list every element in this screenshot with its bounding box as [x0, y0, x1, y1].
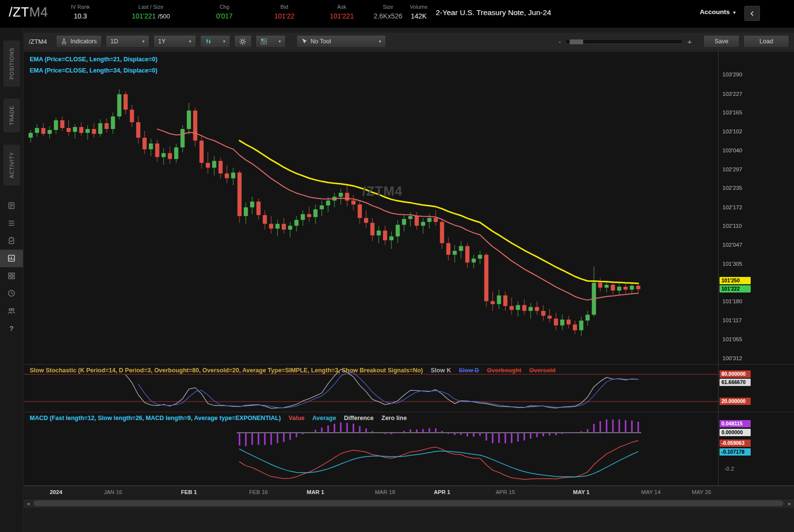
zoom-out-button[interactable]: -: [557, 37, 562, 46]
candlestick-icon: [205, 38, 212, 45]
chart-watermark: /ZTM4: [362, 184, 403, 199]
left-sidebar: POSITIONS TRADE ACTIVITY ?: [0, 28, 23, 532]
upper-study-labels: EMA (Price=CLOSE, Length=21, Displace=0)…: [30, 56, 157, 78]
chart-toolbar: /ZTM4 Indicators 1D▾ 1Y▾ ▾ ▾: [24, 33, 794, 50]
price-axis[interactable]: 103'290103'227103'165103'102103'040102'2…: [718, 52, 794, 364]
drawing-tool-dropdown[interactable]: No Tool ▾: [296, 35, 386, 48]
stochastic-header: Slow Stochastic (K Period=14, D Period=3…: [30, 367, 555, 374]
price-axis-label: 103'102: [722, 128, 742, 134]
stochastic-title: Slow Stochastic (K Period=14, D Period=3…: [30, 367, 423, 374]
time-axis-label: MAY 1: [573, 489, 590, 495]
chevron-down-icon: ▾: [142, 39, 145, 44]
sidebar-tab-positions[interactable]: POSITIONS: [3, 40, 20, 87]
help-icon[interactable]: ?: [0, 320, 23, 337]
macd-title: MACD (Fast length=12, Slow length=26, MA…: [30, 415, 281, 422]
scroll-right-button[interactable]: ▸: [785, 499, 794, 508]
stochastic-badge: 61.666670: [720, 379, 751, 386]
price-axis-label: 103'290: [722, 72, 742, 77]
chevron-down-icon: ▾: [223, 39, 225, 44]
macd-scale-label: -0.2: [724, 466, 734, 472]
layout-grid-icon: [260, 38, 267, 45]
zoom-slider-handle[interactable]: [570, 39, 583, 44]
time-axis-label: MAR 1: [307, 489, 324, 495]
chart-symbol-label: /ZTM4: [29, 38, 47, 45]
sidebar-tab-activity[interactable]: ACTIVITY: [3, 145, 20, 185]
quote-field-volume: Volume142K: [406, 4, 431, 20]
price-badge: 101'250: [720, 277, 751, 284]
chart-module: /ZTM4 Indicators 1D▾ 1Y▾ ▾ ▾: [24, 28, 794, 532]
stochastic-badge: 80.000000: [720, 370, 751, 378]
macd-badge: 0.048115: [720, 420, 751, 427]
symbol-root: /ZT: [9, 5, 29, 19]
history-clock-icon[interactable]: [0, 285, 23, 302]
accounts-menu[interactable]: Accounts▾: [700, 8, 736, 16]
scroll-left-button[interactable]: ◂: [24, 499, 33, 508]
price-axis-label: 101'055: [722, 336, 742, 342]
grid-layout-dropdown[interactable]: ▾: [256, 35, 286, 48]
quote-field-chg: Chg0'017: [203, 4, 246, 20]
indicators-button[interactable]: Indicators: [56, 35, 102, 48]
gear-icon: [239, 38, 246, 45]
macd-badge: 0.000000: [720, 429, 751, 436]
time-axis[interactable]: 2024JAN 16FEB 1FEB 16MAR 1MAR 18APR 1APR…: [24, 486, 794, 498]
load-button[interactable]: Load: [743, 35, 789, 48]
sidebar-tab-trade[interactable]: TRADE: [3, 98, 20, 132]
macd-badge: -0.107178: [720, 448, 751, 456]
zoom-control: - +: [557, 37, 693, 46]
chart-area: EMA (Price=CLOSE, Length=21, Displace=0)…: [24, 51, 794, 508]
price-axis-label: 102'297: [722, 166, 742, 172]
timeframe-dropdown[interactable]: 1D▾: [106, 35, 149, 48]
chevron-down-icon: ▾: [278, 39, 281, 44]
time-axis-label: APR 15: [496, 489, 515, 495]
collapse-header-button[interactable]: [744, 6, 760, 21]
apps-grid-icon[interactable]: [0, 267, 23, 285]
symbol-month: M4: [29, 5, 48, 19]
quote-field-ask: Ask101'221: [321, 4, 363, 20]
time-axis-label: MAY 14: [641, 489, 661, 495]
ema21-label: EMA (Price=CLOSE, Length=21, Displace=0): [30, 56, 157, 63]
save-button[interactable]: Save: [703, 35, 739, 48]
macd-header: MACD (Fast length=12, Slow length=26, MA…: [30, 415, 407, 422]
legend-item: Oversold: [529, 367, 555, 374]
chart-scrollbar: ◂ ▸: [24, 498, 794, 508]
zoom-in-button[interactable]: +: [686, 37, 693, 46]
chart-icon[interactable]: [0, 250, 23, 267]
price-axis-label: 103'227: [722, 91, 742, 97]
notes-icon[interactable]: [0, 197, 23, 215]
chart-style-dropdown[interactable]: ▾: [200, 35, 230, 48]
legend-item: Value: [289, 415, 305, 422]
timeframe-value: 1D: [111, 38, 118, 45]
quote-header: /ZTM4 IV Rank10.3Last / Size101'221/500C…: [0, 0, 794, 28]
watchlist-icon[interactable]: [0, 215, 23, 232]
legend-item: Slow D: [459, 367, 479, 374]
macd-axis[interactable]: -0.2 0.0481150.000000-0.059063-0.107178: [718, 412, 794, 485]
indicators-label: Indicators: [71, 38, 97, 45]
price-axis-label: 102'047: [722, 242, 742, 248]
symbol-title: /ZTM4: [9, 5, 48, 20]
instrument-description: 2-Year U.S. Treasury Note, Jun-24: [436, 8, 551, 17]
price-axis-label: 102'235: [722, 185, 742, 191]
legend-item: Average: [313, 415, 336, 422]
price-axis-label: 103'165: [722, 110, 742, 115]
accounts-label: Accounts: [700, 8, 730, 16]
legend-item: Difference: [344, 415, 373, 422]
price-axis-label: 101'117: [722, 317, 742, 323]
zoom-slider[interactable]: [566, 40, 682, 43]
price-axis-label: 101'180: [722, 298, 742, 304]
macd-chart[interactable]: [24, 412, 718, 485]
quote-field-size: Size2.6Kx526: [367, 4, 409, 20]
orders-icon[interactable]: [0, 232, 23, 250]
price-axis-label: 103'040: [722, 147, 742, 153]
chevron-down-icon: ▾: [379, 39, 381, 44]
price-chart[interactable]: [24, 52, 718, 364]
contacts-icon[interactable]: [0, 302, 23, 320]
chevron-left-icon: [749, 10, 756, 17]
time-axis-label: 2024: [50, 489, 62, 495]
quote-field-last-size: Last / Size101'221/500: [116, 4, 186, 20]
range-dropdown[interactable]: 1Y▾: [153, 35, 196, 48]
quote-field-iv-rank: IV Rank10.3: [61, 4, 99, 20]
ema34-label: EMA (Price=CLOSE, Length=34, Displace=0): [30, 67, 157, 74]
scroll-handle[interactable]: [34, 500, 783, 506]
chart-settings-button[interactable]: [234, 35, 252, 48]
stochastic-axis[interactable]: 80.00000061.66667020.000000: [718, 365, 794, 412]
